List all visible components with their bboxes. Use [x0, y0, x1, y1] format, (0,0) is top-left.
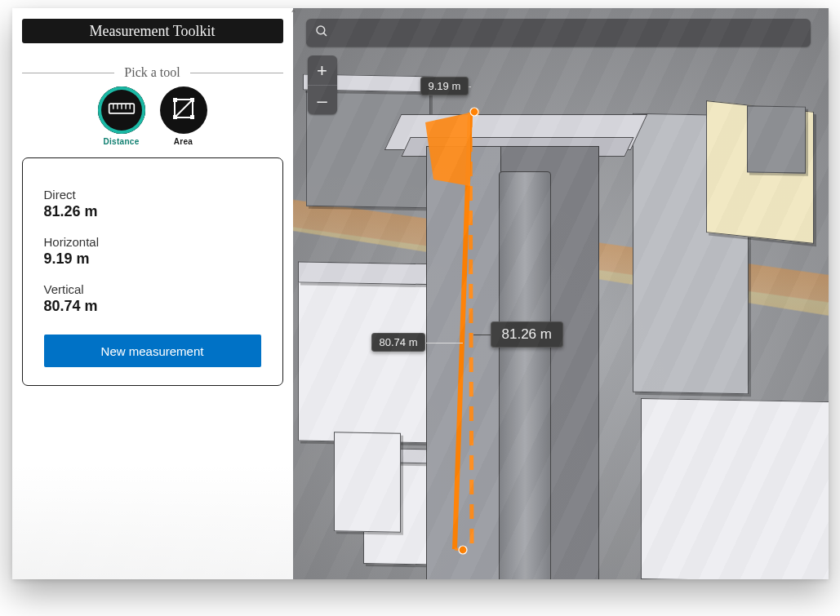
label-vertical: 80.74 m: [371, 333, 426, 352]
label-horizontal: 9.19 m: [420, 77, 469, 95]
tool-distance-label: Distance: [96, 137, 147, 146]
left-panel: ˄ Measurement Toolkit Pick a tool: [12, 8, 293, 400]
svg-rect-20: [190, 115, 194, 119]
svg-line-1: [455, 113, 470, 549]
tool-distance[interactable]: Distance: [96, 86, 147, 146]
panel-collapse-handle[interactable]: ˄: [287, 8, 301, 18]
svg-line-2: [455, 549, 472, 551]
picker-legend: Pick a tool: [114, 65, 189, 80]
svg-point-7: [317, 26, 325, 34]
zoom-control: + –: [308, 55, 337, 114]
svg-line-3: [470, 111, 479, 113]
svg-point-4: [470, 108, 478, 116]
area-icon: [172, 97, 195, 123]
vertical-label: Vertical: [44, 282, 261, 296]
panel-title: Measurement Toolkit: [22, 19, 283, 43]
horizontal-label: Horizontal: [44, 235, 261, 249]
app-frame: 9.19 m 80.74 m 81.26 m + – ˄ Measurement…: [12, 8, 829, 579]
tool-area[interactable]: Area: [158, 86, 209, 146]
tool-area-label: Area: [158, 137, 209, 146]
search-input[interactable]: [336, 25, 802, 40]
vertical-value: 80.74 m: [44, 298, 261, 315]
svg-rect-17: [173, 98, 177, 102]
search-bar[interactable]: [306, 19, 811, 47]
measurement-card: Direct 81.26 m Horizontal 9.19 m Vertica…: [22, 157, 283, 386]
zoom-in-button[interactable]: +: [308, 55, 337, 85]
horizontal-value: 9.19 m: [44, 250, 261, 268]
svg-line-16: [175, 100, 193, 117]
direct-label: Direct: [44, 188, 261, 202]
search-icon: [314, 24, 329, 42]
zoom-out-button[interactable]: –: [308, 85, 337, 114]
new-measurement-button[interactable]: New measurement: [44, 335, 261, 367]
svg-point-5: [459, 546, 467, 554]
svg-line-0: [470, 113, 472, 551]
svg-rect-19: [173, 115, 177, 119]
svg-line-8: [323, 33, 327, 36]
label-direct: 81.26 m: [491, 321, 563, 348]
svg-marker-6: [425, 113, 470, 186]
svg-rect-18: [190, 98, 194, 102]
ruler-icon: [108, 98, 136, 122]
tool-picker: Pick a tool: [22, 58, 283, 146]
direct-value: 81.26 m: [44, 203, 261, 220]
target-building: [427, 122, 607, 579]
